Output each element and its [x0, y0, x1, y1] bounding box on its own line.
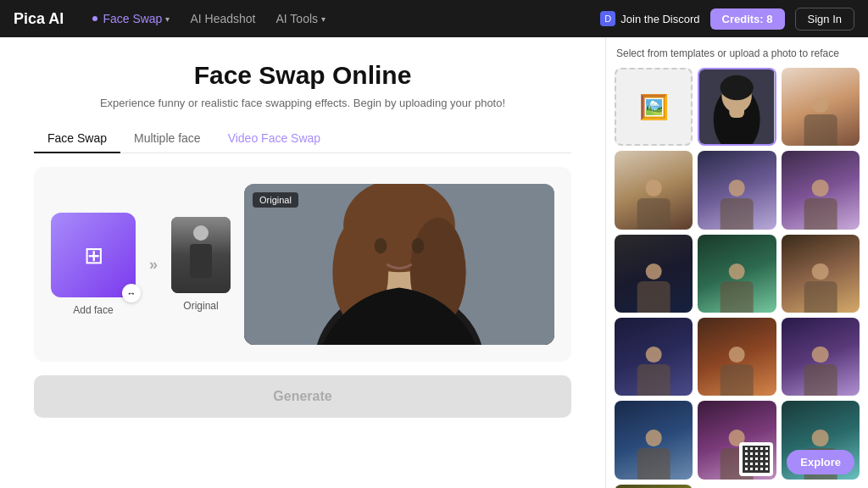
- nav-ai-headshot[interactable]: AI Headshot: [181, 8, 264, 29]
- qr-code: [739, 442, 773, 476]
- person-overlay-2: [793, 83, 849, 146]
- person-overlay-6: [626, 250, 682, 313]
- qr-pattern: [743, 446, 770, 473]
- template-item-13[interactable]: [698, 401, 776, 479]
- p-head-3: [645, 180, 661, 196]
- template-svg-1: [699, 69, 774, 144]
- svg-point-13: [721, 75, 754, 100]
- discord-label: Join the Discord: [620, 13, 699, 25]
- tab-video-face-swap[interactable]: Video Face Swap: [214, 125, 334, 153]
- page-title: Face Swap Online: [34, 61, 571, 90]
- header-right: D Join the Discord Credits: 8 Sign In: [600, 8, 854, 30]
- person-overlay-8: [793, 250, 849, 313]
- arrow-separator: »: [149, 256, 158, 274]
- original-card: Original: [171, 217, 231, 312]
- p-head-12: [645, 430, 661, 446]
- nav-ai-tools[interactable]: AI Tools ▾: [267, 8, 334, 29]
- right-panel-header: Select from templates or upload a photo …: [613, 47, 861, 59]
- person-overlay-9: [626, 334, 682, 396]
- logo: Pica AI: [14, 10, 64, 28]
- discord-icon: D: [600, 11, 615, 26]
- p-head-5: [812, 180, 828, 196]
- template-item-11[interactable]: [782, 318, 860, 396]
- p-body-4: [721, 198, 754, 230]
- template-item-3[interactable]: [615, 151, 693, 229]
- template-item-5[interactable]: [782, 151, 860, 229]
- p-body-11: [804, 364, 837, 396]
- p-body-5: [804, 198, 837, 230]
- person-silhouette: [188, 225, 214, 285]
- template-grid: 🖼️: [613, 68, 861, 488]
- template-item-9[interactable]: [615, 318, 693, 396]
- add-face-card: ⊞ ↔ Add face: [51, 213, 136, 316]
- tab-multiple-face[interactable]: Multiple face: [120, 125, 214, 153]
- original-thumb-image: [171, 217, 231, 293]
- tabs: Face Swap Multiple face Video Face Swap: [34, 125, 571, 153]
- person-body: [190, 244, 212, 278]
- add-face-button[interactable]: ⊞ ↔: [51, 213, 136, 297]
- template-item-1[interactable]: [698, 68, 776, 146]
- p-head-14: [812, 430, 828, 446]
- original-large-image: Original: [244, 184, 554, 345]
- template-item-4[interactable]: [698, 151, 776, 229]
- logo-text: Pica AI: [14, 10, 64, 28]
- template-item-6[interactable]: [615, 235, 693, 313]
- template-item-8[interactable]: [782, 235, 860, 313]
- nav-items: Face Swap ▾ AI Headshot AI Tools ▾: [84, 8, 334, 29]
- template-item-12[interactable]: [615, 401, 693, 479]
- left-panel: Face Swap Online Experience funny or rea…: [0, 37, 605, 488]
- woman-svg: [244, 184, 554, 345]
- discord-button[interactable]: D Join the Discord: [600, 11, 699, 26]
- p-body-7: [721, 281, 754, 313]
- nav-ai-tools-label: AI Tools: [275, 12, 318, 25]
- p-head-6: [645, 263, 661, 280]
- upload-button[interactable]: 🖼️: [615, 68, 693, 146]
- nav-ai-headshot-label: AI Headshot: [190, 12, 255, 25]
- svg-point-8: [412, 238, 425, 253]
- p-head-10: [729, 347, 745, 363]
- template-item-10[interactable]: [698, 318, 776, 396]
- p-head-2: [812, 97, 828, 113]
- tab-face-swap[interactable]: Face Swap: [34, 125, 120, 153]
- p-head-4: [729, 180, 745, 196]
- p-body-8: [804, 281, 837, 313]
- page-subtitle: Experience funny or realistic face swapp…: [34, 97, 571, 109]
- p-body-10: [721, 364, 754, 396]
- p-body-2: [804, 114, 837, 146]
- person-overlay-12: [626, 417, 682, 480]
- nav-face-swap[interactable]: Face Swap ▾: [84, 8, 178, 29]
- person-overlay-10: [709, 334, 765, 396]
- person-overlay-5: [793, 167, 849, 230]
- person-overlay-4: [709, 167, 765, 230]
- template-item-2[interactable]: [782, 68, 860, 146]
- woman-photo: [244, 184, 554, 345]
- main-container: Face Swap Online Experience funny or rea…: [0, 37, 868, 488]
- original-label: Original: [183, 300, 218, 312]
- p-head-7: [729, 263, 745, 280]
- template-item-15[interactable]: [615, 485, 693, 488]
- person-overlay-7: [709, 250, 765, 313]
- person-overlay-3: [626, 167, 682, 230]
- svg-point-7: [375, 238, 387, 253]
- chevron-down-icon-2: ▾: [321, 14, 326, 24]
- credits-button[interactable]: Credits: 8: [710, 8, 785, 30]
- p-head-8: [812, 263, 828, 280]
- p-head-9: [645, 347, 661, 363]
- explore-button[interactable]: Explore: [787, 450, 854, 474]
- signin-button[interactable]: Sign In: [795, 8, 854, 30]
- face-swap-badge: ↔: [122, 284, 141, 302]
- p-body-12: [637, 448, 670, 480]
- chevron-down-icon: ▾: [165, 14, 170, 24]
- header: Pica AI Face Swap ▾ AI Headshot AI Tools…: [0, 0, 868, 37]
- original-thumbnail[interactable]: [171, 217, 231, 293]
- nav-face-swap-label: Face Swap: [103, 12, 162, 25]
- generate-button[interactable]: Generate: [34, 375, 571, 418]
- p-body-6: [637, 281, 670, 313]
- person-head: [193, 225, 209, 241]
- p-head-11: [812, 347, 828, 363]
- template-item-7[interactable]: [698, 235, 776, 313]
- active-dot: [92, 16, 97, 21]
- right-panel: Select from templates or upload a photo …: [605, 37, 868, 488]
- p-body-9: [637, 364, 670, 396]
- swap-area: ⊞ ↔ Add face » Original: [34, 167, 571, 362]
